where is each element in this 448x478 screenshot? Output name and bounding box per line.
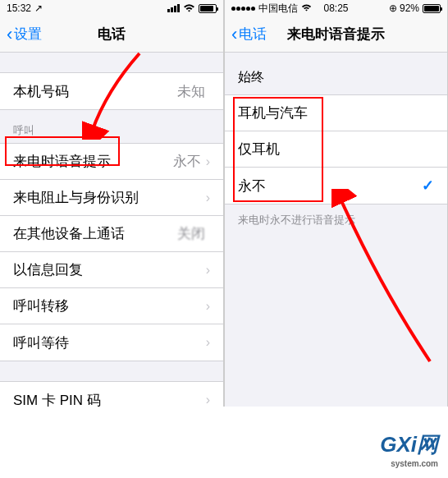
nav-bar: ‹ 电话 来电时语音提示 <box>225 16 447 53</box>
back-button[interactable]: ‹ 电话 <box>231 25 267 44</box>
status-bar: 中国电信 08:25 ⊕ 92% <box>225 0 447 16</box>
status-bar: 15:32 ↗ <box>0 0 223 16</box>
footer-text: 来电时永不进行语音提示 <box>225 205 447 236</box>
phone-screen-right: 中国电信 08:25 ⊕ 92% ‹ 电话 来电时语音提示 始终 耳机与汽车 仅… <box>225 0 447 407</box>
option-headphones-car[interactable]: 耳机与汽车 <box>225 95 447 131</box>
status-time: 15:32 <box>7 2 31 14</box>
row-respond-text[interactable]: 以信息回复 › <box>0 252 223 288</box>
option-label: 永不 <box>238 177 434 195</box>
nav-bar: ‹ 设置 电话 <box>0 16 223 53</box>
chevron-right-icon: › <box>206 191 210 205</box>
chevron-left-icon: ‹ <box>7 25 12 44</box>
row-label: 在其他设备上通话 <box>13 224 177 243</box>
row-forwarding[interactable]: 呼叫转移 › <box>0 288 223 324</box>
page-title: 来电时语音提示 <box>287 25 385 44</box>
option-label: 仅耳机 <box>238 140 434 159</box>
signal-icon <box>167 4 180 12</box>
row-block-id[interactable]: 来电阻止与身份识别 › <box>0 180 223 216</box>
battery-icon <box>423 4 441 13</box>
phone-screen-left: 15:32 ↗ ‹ 设置 电话 本机号码 未知 呼叫 <box>0 0 223 407</box>
row-label: 以信息回复 <box>13 260 206 279</box>
chevron-right-icon: › <box>206 393 210 407</box>
battery-icon <box>199 4 217 13</box>
battery-percent: ⊕ 92% <box>389 2 419 14</box>
chevron-right-icon: › <box>206 154 210 169</box>
page-title: 电话 <box>98 25 126 44</box>
back-label: 电话 <box>239 25 267 44</box>
row-label: 呼叫转移 <box>13 296 206 315</box>
row-value: 永不 <box>173 152 201 171</box>
row-value: 关闭 <box>177 224 205 243</box>
option-headphones-only[interactable]: 仅耳机 <box>225 131 447 168</box>
row-other-devices[interactable]: 在其他设备上通话 关闭 <box>0 216 223 252</box>
checkmark-icon: ✓ <box>422 177 434 195</box>
row-waiting[interactable]: 呼叫等待 › <box>0 324 223 361</box>
location-indicator: ↗ <box>34 2 43 14</box>
signal-icon <box>231 7 255 11</box>
row-announce-calls[interactable]: 来电时语音提示 永不 › <box>0 144 223 180</box>
section-header: 始终 <box>225 53 447 94</box>
back-button[interactable]: ‹ 设置 <box>7 25 42 44</box>
row-label: 来电时语音提示 <box>13 152 173 171</box>
section-header-calls: 呼叫 <box>0 110 223 143</box>
carrier-label: 中国电信 <box>258 2 298 16</box>
row-sim-pin[interactable]: SIM 卡 PIN 码 › <box>0 382 223 407</box>
chevron-right-icon: › <box>206 335 210 350</box>
row-label: SIM 卡 PIN 码 <box>13 391 206 407</box>
wifi-icon <box>183 4 195 13</box>
row-label: 本机号码 <box>13 82 177 101</box>
chevron-right-icon: › <box>206 299 210 314</box>
status-time: 08:25 <box>323 2 348 14</box>
row-label: 呼叫等待 <box>13 333 206 352</box>
watermark: GXi网 system.com <box>380 430 438 468</box>
option-never[interactable]: 永不 ✓ <box>225 168 447 204</box>
row-value: 未知 <box>177 82 205 101</box>
row-my-number[interactable]: 本机号码 未知 <box>0 73 223 109</box>
chevron-left-icon: ‹ <box>231 25 237 44</box>
chevron-right-icon: › <box>206 263 210 278</box>
wifi-icon <box>301 4 312 12</box>
back-label: 设置 <box>14 25 42 44</box>
option-label: 耳机与汽车 <box>238 103 434 122</box>
row-label: 来电阻止与身份识别 <box>13 188 206 207</box>
